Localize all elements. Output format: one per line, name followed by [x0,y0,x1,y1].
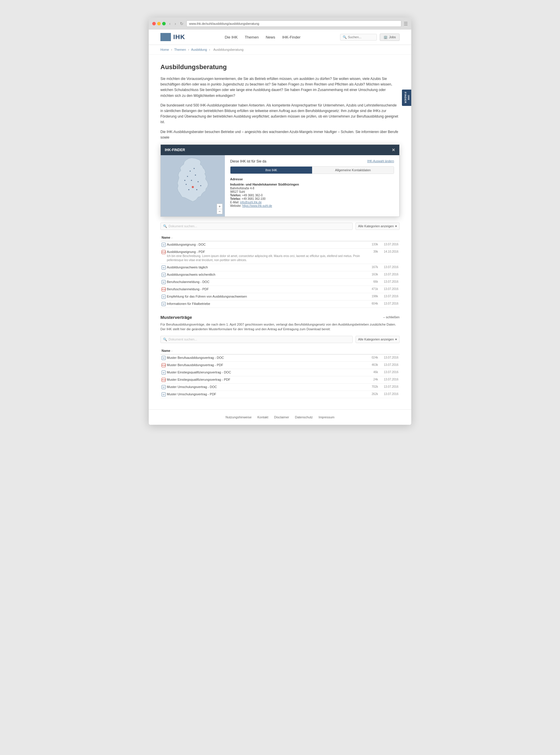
svg-point-3 [195,175,196,176]
zoom-in-button[interactable]: + [217,204,222,209]
back-button[interactable]: ‹ [168,21,172,26]
doc-name-cell: PDF Berufsschulanmeldung - PDF [162,287,363,292]
doc-search-2[interactable]: 🔍 Dokument suchen... [160,336,353,343]
doc-name[interactable]: Muster Berufsausbildungsvertrag - PDF [167,363,223,367]
ihk-tabs: Ihre IHK Allgemeine Kontaktdaten [230,166,394,174]
footer-link[interactable]: Impressum [319,415,334,419]
main-content: IHKFINDER Ausbildungsberatung Sie möchte… [149,55,411,409]
close-button[interactable] [152,22,156,25]
svg-point-6 [198,181,199,182]
nav-die-ihk[interactable]: Die IHK [225,35,238,39]
col-date-1 [379,234,400,241]
doc-size: 471k [365,285,379,293]
table-row: W Berufsschulanmeldung - DOC 66k13.07.20… [160,278,400,285]
table-row: W Muster Umschulungsvertrag - DOC 702k13… [160,383,400,391]
street: Bahnhofstraße 4-8 [230,187,394,190]
nav-themen[interactable]: Themen [245,35,259,39]
doc-name[interactable]: Ausbildungsnachweis täglich [167,265,208,269]
doc-type-icon: W [162,273,166,277]
doc-name[interactable]: Ausbildungsnachweis wöchentlich [167,273,215,276]
doc-type-icon: W [162,243,166,247]
ihk-finder-side-button[interactable]: IHKFINDER [402,90,411,106]
document-table-1: Name ↕ W Ausbildungseignung - DOC 133k13… [160,234,400,308]
section-2-collapse[interactable]: – schließen [383,315,400,319]
col-name-2: Name ↕ [160,347,365,355]
page-title: Ausbildungsberatung [160,63,400,71]
email-link[interactable]: info@suhl.ihk.de [240,201,262,204]
doc-name[interactable]: Muster Einstiegsqualifizierungsvertrag -… [167,378,231,381]
section-2-title: Musterverträge [160,315,192,320]
search-input[interactable] [348,35,374,39]
nav-news[interactable]: News [266,35,275,39]
category-select-2[interactable]: Alle Kategorien anzeigen ▾ [356,336,400,343]
search-icon: 🔍 [343,35,347,39]
ihk-auswahl-link[interactable]: IHK-Auswahl ändern [367,160,394,163]
doc-name-cell: W Ausbildungsnachweis täglich [162,265,363,270]
doc-type-icon: W [162,280,166,284]
breadcrumb-ausbildung[interactable]: Ausbildung [191,48,207,51]
forward-button[interactable]: › [174,21,177,26]
footer-link[interactable]: Disclaimer [274,415,289,419]
footer-link[interactable]: Datenschutz [295,415,313,419]
browser-window: ‹ › ↻ www.ihk.de/suhl/ausbildung/ausbild… [149,18,411,425]
footer-link[interactable]: Kontakt [258,415,268,419]
reload-button[interactable]: ↻ [179,21,185,26]
svg-point-1 [187,176,188,177]
doc-type-icon: W [162,392,166,396]
sort-icon-1[interactable]: ↕ [171,236,173,239]
logo: IHK [160,33,185,41]
doc-date: 13.07.2016 [379,264,400,271]
doc-date: 14.10.2016 [379,248,400,264]
maximize-button[interactable] [162,22,166,25]
doc-name[interactable]: Berufsschulanmeldung - PDF [167,287,209,291]
doc-size: 604k [365,300,379,307]
browser-menu-icon[interactable]: ☰ [404,21,408,26]
doc-search-1[interactable]: 🔍 Dokument suchen... [160,223,353,230]
footer-link[interactable]: Nutzungshinweise [225,415,252,419]
doc-size: 24k [365,376,379,383]
svg-point-12 [200,185,201,186]
doc-name[interactable]: Muster Einstiegsqualifizierungsvertrag -… [167,371,231,374]
doc-name[interactable]: Berufsschulanmeldung - DOC [167,280,209,283]
doc-size: 66k [365,278,379,285]
doc-type-icon: PDF [162,378,166,382]
doc-name-cell: W Ausbildungseignung - DOC [162,243,363,247]
minimize-button[interactable] [157,22,161,25]
breadcrumb-home[interactable]: Home [160,48,169,51]
doc-name[interactable]: Muster Berufsausbildungsvertrag - DOC [167,356,224,359]
category-select-1[interactable]: Alle Kategorien anzeigen ▾ [356,223,400,230]
doc-name[interactable]: Ausbildungseignung - PDF [167,250,363,254]
site-header: IHK Die IHK Themen News IHK-Finder 🔍 🏢 J… [149,29,411,45]
search-box[interactable]: 🔍 [340,34,377,41]
breadcrumb-themen[interactable]: Themen [174,48,186,51]
doc-name[interactable]: Muster Umschulungsvertrag - DOC [167,385,217,389]
doc-name[interactable]: Informationen für Filialbetriebe [167,302,210,305]
jobs-button[interactable]: 🏢 Jobs [380,34,400,41]
map-section: + − [161,155,225,216]
doc-date: 13.07.2016 [379,271,400,278]
email: E-Mail: info@suhl.ihk.de [230,201,394,204]
address-section: Adresse Industrie- und Handelskammer Süd… [230,177,394,207]
doc-size: 198k [365,293,379,300]
address-bar[interactable]: www.ihk.de/suhl/ausbildung/ausbildungsbe… [186,20,401,27]
doc-name-cell: PDF Muster Einstiegsqualifizierungsvertr… [162,378,363,382]
doc-size: 024k [365,354,379,361]
table-row: W Ausbildungsnachweis wöchentlich 163k13… [160,271,400,278]
doc-name[interactable]: Empfehlung für das Führen von Ausbildung… [167,295,247,298]
sort-icon-2[interactable]: ↕ [171,350,173,352]
doc-name[interactable]: Muster Umschulungsvertrag - PDF [167,392,216,396]
website-link[interactable]: https://www.ihk-suhl.de [242,204,272,207]
doc-name-cell: W Muster Umschulungsvertrag - DOC [162,385,363,389]
browser-navigation: ‹ › ↻ www.ihk.de/suhl/ausbildung/ausbild… [168,20,401,27]
svg-point-9 [189,171,191,172]
doc-type-icon: PDF [162,287,166,292]
doc-name-cell: W Muster Berufsausbildungsvertrag - DOC [162,356,363,360]
tab-ihre-ihk[interactable]: Ihre IHK [231,166,312,174]
doc-name[interactable]: Ausbildungseignung - DOC [167,243,206,246]
modal-close-button[interactable]: ✕ [392,147,395,152]
zoom-out-button[interactable]: − [217,209,222,214]
nav-ihk-finder[interactable]: IHK-Finder [282,35,300,39]
city: 98527 Suhl [230,190,394,194]
section-2-header: Musterverträge – schließen [160,315,400,320]
tab-allgemeine-kontaktdaten[interactable]: Allgemeine Kontaktdaten [312,166,394,174]
